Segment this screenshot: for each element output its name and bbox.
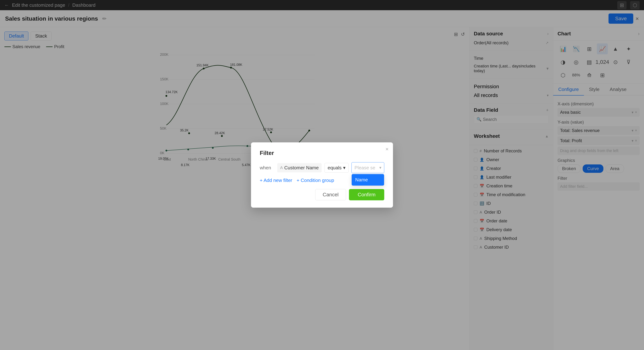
filter-dropdown: Name (352, 174, 384, 186)
add-condition-group-button[interactable]: + Condition group (297, 178, 334, 183)
filter-select-wrapper: Please select Name ▾ Name (352, 162, 384, 173)
modal-close-button[interactable]: × (385, 146, 388, 152)
modal-footer: Cancel Confirm (260, 189, 384, 200)
filter-field-tag: A Customer Name (277, 163, 322, 172)
filter-select[interactable]: Please select Name (352, 162, 384, 173)
filter-row: when A Customer Name equals ▾ Please sel… (260, 162, 384, 173)
filter-modal: Filter × when A Customer Name equals ▾ P… (251, 142, 393, 208)
confirm-button[interactable]: Confirm (349, 189, 384, 200)
modal-overlay[interactable]: Filter × when A Customer Name equals ▾ P… (0, 0, 644, 350)
modal-title: Filter (260, 150, 384, 156)
filter-field-icon: A (280, 165, 283, 170)
cancel-button[interactable]: Cancel (315, 189, 346, 200)
filter-operator[interactable]: equals ▾ (324, 163, 348, 173)
dropdown-item-name[interactable]: Name (352, 174, 384, 186)
filter-operator-chevron: ▾ (343, 165, 346, 171)
filter-field-name: Customer Name (284, 165, 319, 171)
filter-when-label: when (260, 165, 274, 171)
filter-operator-label: equals (328, 165, 342, 171)
add-new-filter-button[interactable]: + Add new filter (260, 178, 292, 183)
